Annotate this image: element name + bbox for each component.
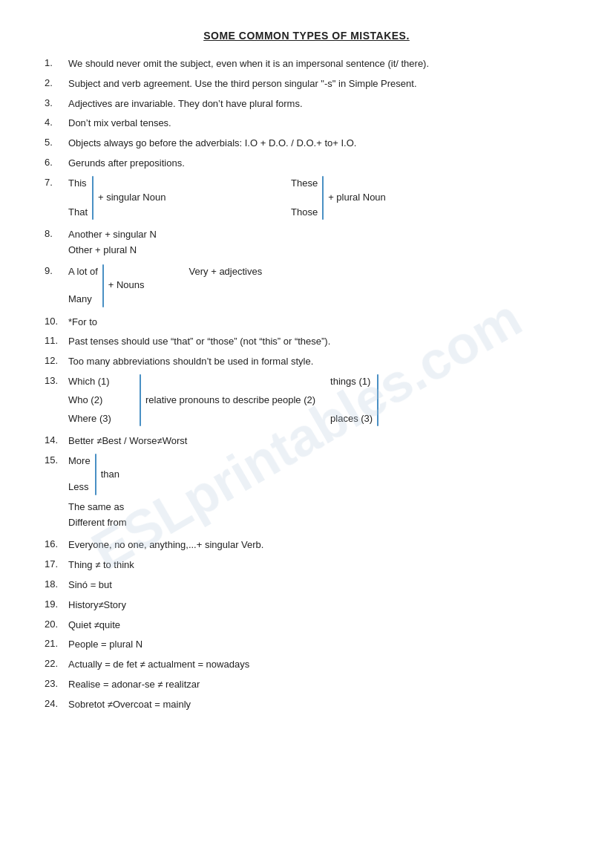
relative-pronouns-label: relative pronouns to describe people (2) — [145, 393, 315, 408]
list-item: 2. Subject and verb agreement. Use the t… — [45, 76, 568, 92]
item-text: People = plural N — [68, 637, 568, 653]
nouns-label: + Nouns — [108, 278, 145, 293]
list-item: 14. Better ≠Best / Worse≠Worst — [45, 434, 568, 449]
list-item: 24. Sobretot ≠Overcoat = mainly — [45, 697, 568, 713]
another-other-content: Another + singular N Other + plural N — [68, 227, 568, 258]
item-text: Subject and verb agreement. Use the thir… — [68, 76, 568, 92]
item-number: 20. — [45, 618, 68, 630]
which-label: Which (1) — [68, 374, 135, 390]
other-line: Other + plural N — [68, 243, 568, 258]
list-item: 18. Sinó = but — [45, 578, 568, 593]
item-number: 9. — [45, 264, 68, 276]
list-item-another-other: 8. Another + singular N Other + plural N — [45, 227, 568, 258]
item-text: Too many abbreviations shouldn’t be used… — [68, 354, 568, 370]
list-item-demonstratives: 7. This That + singular Noun — [45, 176, 568, 221]
item-number: 18. — [45, 578, 68, 590]
item-text: Better ≠Best / Worse≠Worst — [68, 434, 568, 449]
the-same-as-label: The same as — [68, 500, 568, 515]
item-number: 16. — [45, 538, 68, 549]
list-item: 5. Objects always go before the adverbia… — [45, 136, 568, 151]
different-from-label: Different from — [68, 515, 568, 531]
list-item: 1. We should never omit the subject, eve… — [45, 56, 568, 72]
item-number: 8. — [45, 227, 68, 239]
item-text: We should never omit the subject, even w… — [68, 56, 568, 72]
things-label: things (1) — [330, 374, 373, 390]
list-item-comparisons: 15. More Less than The same — [45, 454, 568, 530]
places-label: places (3) — [330, 411, 373, 427]
less-label: Less — [68, 480, 91, 495]
page-title: SOME COMMON TYPES OF MISTAKES. — [45, 30, 568, 42]
very-adjectives-label: Very + adjectives — [189, 264, 263, 280]
relative-pronouns-content: Which (1) Who (2) Where (3) relative pro… — [68, 374, 568, 426]
item-text: Thing ≠ to think — [68, 558, 568, 573]
comparisons-content: More Less than The same as Different fro… — [68, 454, 568, 530]
many-label: Many — [68, 292, 98, 307]
more-label: More — [68, 454, 91, 469]
list-item: 19. History≠Story — [45, 598, 568, 613]
item-number: 12. — [45, 354, 68, 366]
item-text: Don’t mix verbal tenses. — [68, 116, 568, 131]
item-text: Gerunds after prepositions. — [68, 156, 568, 172]
item-text: Objects always go before the adverbials:… — [68, 136, 568, 151]
item-number: 21. — [45, 637, 68, 649]
item-text: Realise = adonar-se ≠ realitzar — [68, 677, 568, 693]
item-number: 1. — [45, 56, 68, 68]
item-number: 19. — [45, 598, 68, 610]
item-number: 5. — [45, 136, 68, 148]
list-item: 21. People = plural N — [45, 637, 568, 653]
who-label: Who (2) — [68, 393, 135, 408]
where-label: Where (3) — [68, 411, 135, 427]
item-text: Sinó = but — [68, 578, 568, 593]
item-number: 13. — [45, 374, 68, 386]
item-number: 24. — [45, 697, 68, 709]
item-number: 23. — [45, 677, 68, 689]
item-number: 14. — [45, 434, 68, 446]
list-item: 16. Everyone, no one, anything,...+ sing… — [45, 538, 568, 553]
list-item-alot: 9. A lot of Many + Nouns — [45, 264, 568, 307]
item-number: 4. — [45, 116, 68, 128]
item-number: 7. — [45, 176, 68, 188]
item-text: Sobretot ≠Overcoat = mainly — [68, 697, 568, 713]
alot-of-label: A lot of — [68, 264, 98, 280]
list-item-relative-pronouns: 13. Which (1) Who (2) Where (3) relative… — [45, 374, 568, 426]
plural-noun-label: + plural Noun — [328, 190, 386, 206]
item-number: 11. — [45, 334, 68, 346]
item-text: Actually = de fet ≠ actualment = nowaday… — [68, 657, 568, 673]
item-number: 22. — [45, 657, 68, 669]
item-number: 6. — [45, 156, 68, 168]
item-text: Quiet ≠quite — [68, 618, 568, 633]
item-number: 15. — [45, 454, 68, 466]
demonstratives-content: This That + singular Noun — [68, 176, 568, 221]
list-item: 17. Thing ≠ to think — [45, 558, 568, 573]
list-item: 3. Adjectives are invariable. They don’t… — [45, 97, 568, 112]
item-number: 17. — [45, 558, 68, 570]
list-item: 12. Too many abbreviations shouldn’t be … — [45, 354, 568, 370]
these-label: These — [291, 176, 318, 192]
item-text: Everyone, no one, anything,...+ singular… — [68, 538, 568, 553]
item-text: Past tenses should use “that” or “those”… — [68, 334, 568, 350]
item-number: 10. — [45, 315, 68, 327]
list-item: 23. Realise = adonar-se ≠ realitzar — [45, 677, 568, 693]
item-text: *For to — [68, 315, 568, 330]
alot-content: A lot of Many + Nouns Very + adjectives — [68, 264, 568, 307]
list-item: 4. Don’t mix verbal tenses. — [45, 116, 568, 131]
those-label: Those — [291, 205, 318, 221]
list-item: 6. Gerunds after prepositions. — [45, 156, 568, 172]
that-label: That — [68, 205, 88, 221]
list-item: 20. Quiet ≠quite — [45, 618, 568, 633]
list-item: 22. Actually = de fet ≠ actualment = now… — [45, 657, 568, 673]
singular-noun-label: + singular Noun — [98, 190, 165, 206]
item-number: 3. — [45, 97, 68, 108]
item-number: 2. — [45, 76, 68, 88]
item-text: Adjectives are invariable. They don’t ha… — [68, 97, 568, 112]
this-label: This — [68, 176, 88, 192]
another-line: Another + singular N — [68, 227, 568, 243]
main-list: 1. We should never omit the subject, eve… — [45, 56, 568, 713]
list-item: 10. *For to — [45, 315, 568, 330]
item-text: History≠Story — [68, 598, 568, 613]
list-item: 11. Past tenses should use “that” or “th… — [45, 334, 568, 350]
than-label: than — [101, 467, 119, 483]
